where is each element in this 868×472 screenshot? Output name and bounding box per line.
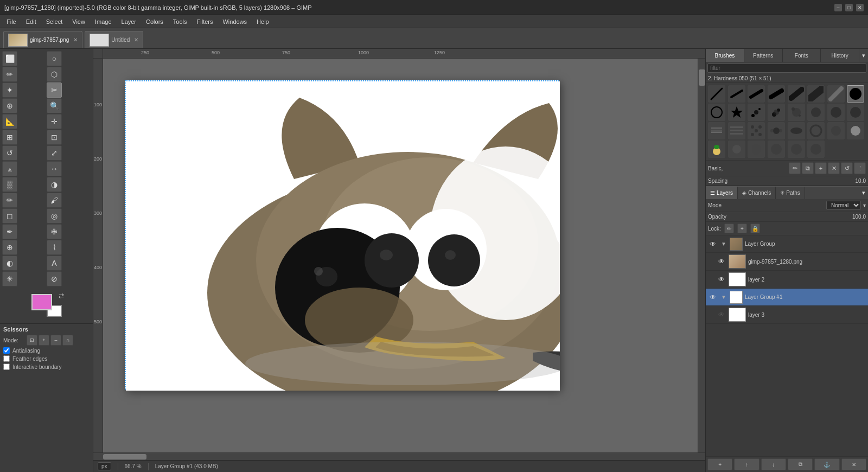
free-select-tool[interactable]: ✏ <box>2 67 17 82</box>
hscrollbar[interactable] <box>93 452 705 460</box>
menu-item-select[interactable]: Select <box>42 17 67 26</box>
brush-edit-btn[interactable]: ✏ <box>789 162 801 174</box>
menu-item-image[interactable]: Image <box>91 17 116 26</box>
layer-eye-3[interactable]: 👁 <box>717 310 726 320</box>
layer-new-btn[interactable]: + <box>707 458 732 470</box>
feather-edges-checkbox[interactable]: Feather edges <box>3 355 90 362</box>
brush-item[interactable] <box>748 104 765 121</box>
tab-close-1[interactable]: ✕ <box>73 37 78 43</box>
heal-tool[interactable]: ✙ <box>47 224 62 239</box>
text-tool[interactable]: A <box>47 256 62 271</box>
brush-item[interactable] <box>708 85 725 103</box>
layer-raise-btn[interactable]: ↑ <box>734 458 759 470</box>
menu-item-file[interactable]: File <box>2 17 21 26</box>
layer-row-3[interactable]: 👁 layer 3 <box>706 306 868 324</box>
color-select-tool[interactable]: ✦ <box>2 82 17 98</box>
layer-eye-2[interactable]: 👁 <box>717 275 726 284</box>
layer-row-img[interactable]: 👁 gimp-97857_1280.png <box>706 253 868 271</box>
layer-row-group2[interactable]: 👁 ▼ Layer Group #1 <box>706 289 868 306</box>
layer-delete-btn[interactable]: ✕ <box>841 458 866 470</box>
fuzzy-select-tool[interactable]: ⬡ <box>47 67 62 82</box>
image-tab-1[interactable]: gimp-97857.png ✕ <box>3 31 82 48</box>
menu-item-tools[interactable]: Tools <box>169 17 192 26</box>
layer-eye-group2[interactable]: 👁 <box>708 292 718 302</box>
color-picker-tool[interactable]: ⊘ <box>47 271 62 286</box>
airbrush-tool[interactable]: ◎ <box>47 208 62 224</box>
brush-item[interactable] <box>708 122 725 139</box>
brush-item[interactable] <box>788 122 805 139</box>
brush-tab-history[interactable]: History <box>821 49 859 62</box>
layer-anchor-btn[interactable]: ⚓ <box>814 458 839 470</box>
brush-item[interactable] <box>768 122 785 139</box>
crop-tool[interactable]: ⊡ <box>47 130 62 145</box>
paint-bucket-tool[interactable]: ▒ <box>2 177 17 192</box>
brush-item[interactable] <box>728 85 745 103</box>
vscrollbar-thumb[interactable] <box>699 69 705 86</box>
layer-eye-group1[interactable]: 👁 <box>708 239 718 249</box>
brush-item[interactable] <box>708 104 725 121</box>
brush-item[interactable] <box>788 141 805 158</box>
lock-position-btn[interactable]: + <box>737 224 747 233</box>
rotate-tool[interactable]: ↺ <box>2 145 17 161</box>
menu-item-windows[interactable]: Windows <box>218 17 251 26</box>
smudge-tool[interactable]: ⌇ <box>47 240 62 255</box>
feather-edges-input[interactable] <box>3 355 10 362</box>
antialiasing-checkbox[interactable]: Antialiasing <box>3 347 90 354</box>
brush-item[interactable] <box>708 141 725 158</box>
hscrollbar-thumb[interactable] <box>103 454 146 460</box>
blend-tool[interactable]: ◑ <box>47 177 62 192</box>
layers-tab-channels[interactable]: ◈ Channels <box>738 187 776 199</box>
brush-item[interactable] <box>807 104 825 121</box>
brush-item[interactable] <box>728 141 745 158</box>
layer-collapse-group2[interactable]: ▼ <box>720 294 727 301</box>
image-tab-2[interactable]: Untitled ✕ <box>85 31 143 48</box>
brush-item[interactable] <box>827 104 845 121</box>
menu-item-layer[interactable]: Layer <box>117 17 141 26</box>
brush-item[interactable] <box>748 141 765 158</box>
brush-item[interactable] <box>768 104 785 121</box>
layer-row-2[interactable]: 👁 layer 2 <box>706 271 868 289</box>
brush-item[interactable] <box>748 85 765 103</box>
brush-item[interactable] <box>807 141 825 158</box>
layers-panel-menu[interactable]: ▾ <box>859 187 868 199</box>
layers-tab-paths[interactable]: ✳ Paths <box>776 187 805 199</box>
mode-btn-intersect[interactable]: ∩ <box>62 335 73 346</box>
interactive-boundary-input[interactable] <box>3 363 10 370</box>
menu-item-edit[interactable]: Edit <box>22 17 41 26</box>
brush-settings-btn[interactable]: ⋮ <box>854 162 866 174</box>
mode-btn-subtract[interactable]: – <box>50 335 61 346</box>
eraser-tool[interactable]: ◻ <box>2 208 17 224</box>
flip-tool[interactable]: ↔ <box>47 161 62 176</box>
brush-item-selected[interactable] <box>847 85 864 103</box>
clone-tool[interactable]: ⊕ <box>2 240 17 255</box>
menu-item-view[interactable]: View <box>68 17 90 26</box>
layers-tab-layers[interactable]: ☰ Layers <box>706 187 738 199</box>
dodge-burn-tool[interactable]: ◐ <box>2 256 17 271</box>
tab-close-2[interactable]: ✕ <box>134 37 138 43</box>
foreground-select-tool[interactable]: ⊕ <box>2 98 17 113</box>
close-button[interactable]: ✕ <box>856 4 864 11</box>
brush-item[interactable] <box>807 122 825 139</box>
layer-row-group1[interactable]: 👁 ▼ Layer Group <box>706 235 868 253</box>
lock-pixels-btn[interactable]: ✏ <box>724 224 734 233</box>
brush-item[interactable] <box>788 104 805 121</box>
rect-select-tool[interactable]: ⬜ <box>2 51 17 66</box>
brush-tab-patterns[interactable]: Patterns <box>744 49 783 62</box>
brush-tab-brushes[interactable]: Brushes <box>706 49 744 62</box>
menu-item-help[interactable]: Help <box>252 17 273 26</box>
maximize-button[interactable]: □ <box>845 4 853 11</box>
vscrollbar[interactable] <box>698 59 705 452</box>
canvas-scroll[interactable] <box>103 59 698 452</box>
menu-item-colors[interactable]: Colors <box>142 17 168 26</box>
lock-all-btn[interactable]: 🔒 <box>750 224 760 233</box>
move-tool[interactable]: ✛ <box>47 114 62 129</box>
interactive-boundary-checkbox[interactable]: Interactive boundary <box>3 363 90 370</box>
brush-duplicate-btn[interactable]: ⧉ <box>802 162 814 174</box>
brush-item[interactable] <box>768 85 785 103</box>
menu-item-filters[interactable]: Filters <box>193 17 218 26</box>
perspective-tool[interactable]: ⟁ <box>2 161 17 176</box>
path-tool[interactable]: ✳ <box>2 271 17 286</box>
brush-item[interactable] <box>768 141 785 158</box>
layer-collapse-group1[interactable]: ▼ <box>720 240 727 248</box>
mode-btn-add[interactable]: + <box>39 335 49 346</box>
